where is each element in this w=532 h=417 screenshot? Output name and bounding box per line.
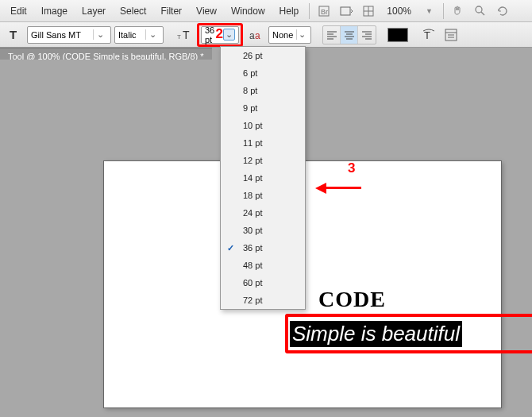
font-style-select[interactable]: Italic ⌄ [114,26,164,44]
text-tool-icon[interactable]: T [5,25,24,44]
menu-bar: Edit Image Layer Select Filter View Wind… [0,0,532,22]
hand-tool-icon[interactable] [448,2,468,20]
font-size-option[interactable]: 14 pt [221,169,305,187]
menu-window[interactable]: Window [224,3,272,19]
menu-select[interactable]: Select [113,3,153,19]
font-size-option[interactable]: 12 pt [221,152,305,169]
warp-text-icon[interactable]: T [419,25,438,44]
zoom-level[interactable]: 100% [380,3,418,19]
svg-point-6 [476,6,482,13]
rotate-view-icon[interactable] [492,2,513,20]
font-size-option[interactable]: 8 pt [221,82,305,99]
menu-image[interactable]: Image [34,3,75,19]
svg-line-7 [481,12,484,15]
svg-text:T: T [177,33,181,41]
font-size-group: 36 pt ⌄ 2 [197,23,243,47]
font-size-option[interactable]: 9 pt [221,99,305,117]
menu-help[interactable]: Help [272,3,306,19]
text-layer-code[interactable]: CODE [318,287,386,312]
svg-text:Br: Br [321,8,328,16]
font-size-option[interactable]: 48 pt [221,257,305,274]
font-size-dropdown[interactable]: 26 pt6 pt8 pt9 pt10 pt11 pt12 pt14 pt18 … [220,46,306,310]
font-size-option[interactable]: 30 pt [221,222,305,239]
font-size-option[interactable]: 18 pt [221,187,305,204]
annotation-2: 2 [216,26,223,42]
font-family-select[interactable]: Gill Sans MT ⌄ [27,26,111,44]
align-center-button[interactable] [341,26,358,44]
svg-text:T: T [424,29,430,41]
menu-layer[interactable]: Layer [75,3,113,19]
font-size-option[interactable]: 26 pt [221,47,305,64]
svg-text:T: T [10,29,17,41]
selected-text-layer[interactable]: Simple is beautiful [290,321,462,347]
svg-text:T: T [183,29,190,41]
menu-view[interactable]: View [189,3,224,19]
align-right-button[interactable] [358,26,376,44]
svg-rect-2 [341,7,350,15]
chevron-down-icon: ⌄ [223,29,235,41]
font-size-option[interactable]: 72 pt [221,292,305,309]
annotation-3: 3 [348,160,355,176]
font-size-icon: TT [175,25,194,44]
anti-alias-value: None [272,30,293,40]
font-size-option[interactable]: 11 pt [221,134,305,152]
chevron-down-icon: ⌄ [296,29,307,40]
font-size-option[interactable]: 10 pt [221,117,305,134]
anti-alias-select[interactable]: None ⌄ [268,26,311,44]
svg-text:a: a [249,30,255,41]
menu-filter[interactable]: Filter [153,3,189,19]
annotation-arrow-3 [315,180,361,195]
zoom-tool-icon[interactable] [470,2,491,20]
font-style-value: Italic [118,30,137,40]
font-size-option[interactable]: 24 pt [221,204,305,222]
chevron-down-icon: ⌄ [93,29,107,40]
text-color-swatch[interactable] [387,28,408,42]
character-panel-icon[interactable] [441,25,461,44]
svg-text:a: a [255,30,260,41]
annotation-box-1: Simple is beautiful [285,314,532,353]
menu-edit[interactable]: Edit [3,3,34,19]
font-family-value: Gill Sans MT [31,30,81,40]
grid-icon[interactable] [358,2,379,20]
font-size-option[interactable]: 60 pt [221,274,305,292]
options-bar: T Gill Sans MT ⌄ Italic ⌄ TT 36 pt ⌄ 2 a… [0,22,532,48]
align-left-button[interactable] [323,26,341,44]
chevron-down-icon: ⌄ [145,29,160,40]
anti-alias-icon: aa [246,25,265,44]
screen-mode-icon[interactable] [336,2,357,20]
bridge-icon[interactable]: Br [314,2,334,20]
font-size-option[interactable]: 6 pt [221,64,305,82]
font-size-option[interactable]: 36 pt [221,239,305,257]
text-align-group [322,25,376,44]
